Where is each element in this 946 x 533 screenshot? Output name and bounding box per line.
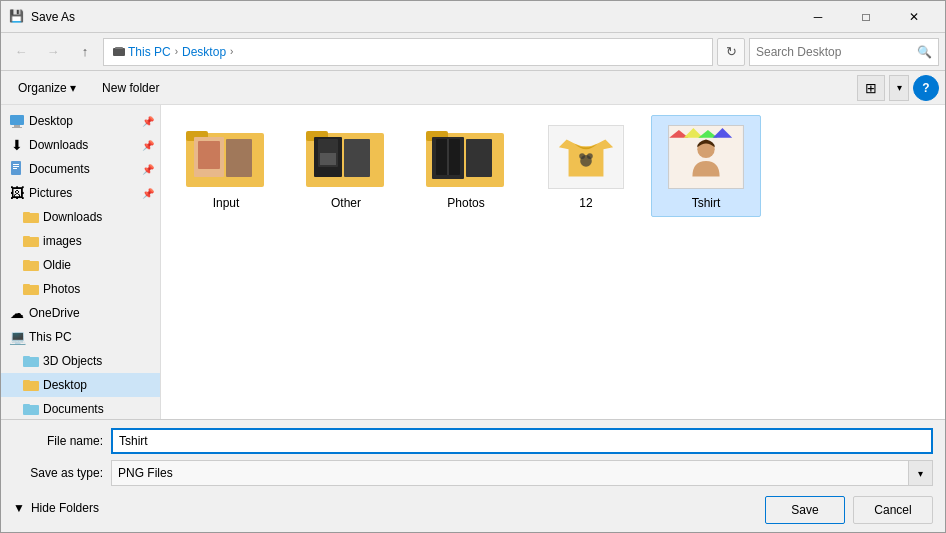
pin-icon-pictures: 📌	[142, 188, 154, 199]
sidebar-item-downloads2[interactable]: Downloads	[1, 205, 160, 229]
sidebar-documents2-label: Documents	[43, 402, 104, 416]
sidebar-item-documents2[interactable]: Documents	[1, 397, 160, 419]
sidebar-item-onedrive[interactable]: ☁ OneDrive	[1, 301, 160, 325]
sidebar-item-images[interactable]: images	[1, 229, 160, 253]
file-label-input: Input	[213, 196, 240, 210]
folder-icon-oldie	[23, 257, 39, 273]
file-item-input[interactable]: Input	[171, 115, 281, 217]
desktop-icon	[9, 113, 25, 129]
sidebar-item-downloads[interactable]: ⬇ Downloads 📌	[1, 133, 160, 157]
svg-rect-12	[23, 236, 30, 239]
back-button[interactable]: ←	[7, 38, 35, 66]
cancel-button[interactable]: Cancel	[853, 496, 933, 524]
toolbar-right: ⊞ ▾ ?	[857, 75, 939, 101]
window-controls: ─ □ ✕	[795, 1, 937, 33]
savetype-row: Save as type: PNG Files ▾	[13, 460, 933, 486]
breadcrumb-sep1: ›	[175, 46, 178, 57]
sidebar-item-desktop[interactable]: Desktop 📌	[1, 109, 160, 133]
search-input[interactable]	[756, 45, 913, 59]
savetype-wrapper: PNG Files ▾	[111, 460, 933, 486]
file-label-12: 12	[579, 196, 592, 210]
svg-rect-1	[115, 47, 123, 49]
svg-rect-33	[320, 153, 336, 165]
breadcrumb-desktop[interactable]: Desktop	[182, 45, 226, 59]
window-title: Save As	[31, 10, 795, 24]
file-label-photos: Photos	[447, 196, 484, 210]
file-item-photos[interactable]: Photos	[411, 115, 521, 217]
save-button[interactable]: Save	[765, 496, 845, 524]
sidebar-pictures-label: Pictures	[29, 186, 72, 200]
file-thumb-other	[306, 122, 386, 192]
svg-rect-7	[13, 166, 19, 167]
sidebar-documents-label: Documents	[29, 162, 90, 176]
svg-point-43	[587, 153, 593, 159]
thispc-icon: 💻	[9, 329, 25, 345]
svg-rect-27	[226, 139, 252, 177]
sidebar-item-thispc[interactable]: 💻 This PC	[1, 325, 160, 349]
file-item-other[interactable]: Other	[291, 115, 401, 217]
toolbar: Organize ▾ New folder ⊞ ▾ ?	[1, 71, 945, 105]
svg-rect-16	[23, 284, 30, 287]
filename-row: File name:	[13, 428, 933, 454]
sidebar-images-label: images	[43, 234, 82, 248]
savetype-select[interactable]: PNG Files	[111, 460, 933, 486]
svg-rect-20	[23, 380, 30, 383]
address-bar: ← → ↑ This PC › Desktop › ↻ 🔍	[1, 33, 945, 71]
hide-folders-label: Hide Folders	[31, 501, 99, 515]
file-item-12[interactable]: 12	[531, 115, 641, 217]
downloads-icon: ⬇	[9, 137, 25, 153]
title-bar: 💾 Save As ─ □ ✕	[1, 1, 945, 33]
chevron-down-icon: ▼	[13, 501, 25, 515]
sidebar-item-pictures[interactable]: 🖼 Pictures 📌	[1, 181, 160, 205]
hide-folders-toggle[interactable]: ▼ Hide Folders	[13, 497, 99, 519]
up-button[interactable]: ↑	[71, 38, 99, 66]
breadcrumb-thispc[interactable]: This PC	[112, 45, 171, 59]
svg-rect-4	[12, 127, 22, 128]
organize-button[interactable]: Organize ▾	[7, 75, 87, 101]
onedrive-icon: ☁	[9, 305, 25, 321]
filename-label: File name:	[13, 434, 103, 448]
close-button[interactable]: ✕	[891, 1, 937, 33]
sidebar-item-oldie[interactable]: Oldie	[1, 253, 160, 277]
documents-icon	[9, 161, 25, 177]
view-button[interactable]: ⊞	[857, 75, 885, 101]
sidebar-item-desktop2[interactable]: Desktop	[1, 373, 160, 397]
sidebar-item-documents[interactable]: Documents 📌	[1, 157, 160, 181]
file-item-tshirt[interactable]: Tshirt	[651, 115, 761, 217]
svg-rect-2	[10, 115, 24, 125]
maximize-button[interactable]: □	[843, 1, 889, 33]
new-folder-button[interactable]: New folder	[91, 75, 170, 101]
savetype-label: Save as type:	[13, 466, 103, 480]
folder-icon-3dobjects	[23, 353, 39, 369]
svg-rect-26	[198, 141, 220, 169]
pin-icon-desktop: 📌	[142, 116, 154, 127]
bottom-actions-row: ▼ Hide Folders Save Cancel	[13, 492, 933, 524]
sidebar-desktop-label: Desktop	[29, 114, 73, 128]
sidebar-3dobjects-label: 3D Objects	[43, 354, 102, 368]
window-icon: 💾	[9, 9, 25, 25]
file-thumb-input	[186, 122, 266, 192]
pin-icon-downloads: 📌	[142, 140, 154, 151]
svg-rect-39	[466, 139, 492, 177]
pictures-icon: 🖼	[9, 185, 25, 201]
sidebar-item-3dobjects[interactable]: 3D Objects	[1, 349, 160, 373]
sidebar-onedrive-label: OneDrive	[29, 306, 80, 320]
help-button[interactable]: ?	[913, 75, 939, 101]
minimize-button[interactable]: ─	[795, 1, 841, 33]
file-area: Input Other	[161, 105, 945, 419]
refresh-button[interactable]: ↻	[717, 38, 745, 66]
svg-point-42	[579, 153, 585, 159]
sidebar-item-photos[interactable]: Photos	[1, 277, 160, 301]
filename-input[interactable]	[111, 428, 933, 454]
file-thumb-photos	[426, 122, 506, 192]
view-dropdown[interactable]: ▾	[889, 75, 909, 101]
sidebar-oldie-label: Oldie	[43, 258, 71, 272]
svg-rect-6	[13, 164, 19, 165]
svg-rect-10	[23, 212, 30, 215]
svg-rect-8	[13, 168, 17, 169]
svg-rect-3	[14, 125, 20, 127]
forward-button[interactable]: →	[39, 38, 67, 66]
breadcrumb-sep2: ›	[230, 46, 233, 57]
sidebar-desktop2-label: Desktop	[43, 378, 87, 392]
svg-rect-14	[23, 260, 30, 263]
